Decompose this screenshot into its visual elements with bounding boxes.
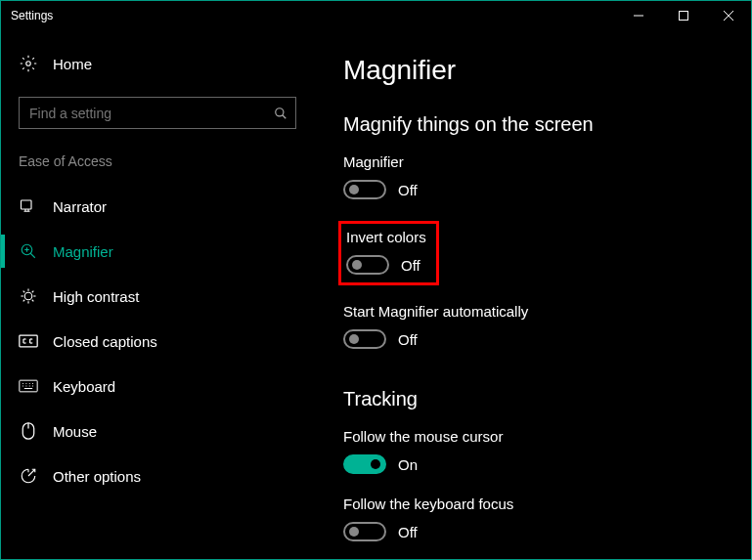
mouse-icon <box>19 422 38 440</box>
setting-label: Magnifier <box>343 153 722 170</box>
sidebar-item-mouse[interactable]: Mouse <box>1 409 314 453</box>
titlebar: Settings <box>1 1 751 30</box>
svg-line-9 <box>30 253 35 258</box>
sidebar-item-label: Mouse <box>53 423 97 440</box>
sidebar-item-label: Keyboard <box>53 378 115 395</box>
sidebar-item-closed-captions[interactable]: Closed captions <box>1 319 314 364</box>
svg-point-12 <box>24 292 32 300</box>
sidebar-item-high-contrast[interactable]: High contrast <box>1 274 314 319</box>
section-heading-magnify: Magnify things on the screen <box>343 113 722 136</box>
setting-follow-keyboard: Follow the keyboard focus Off <box>343 495 722 541</box>
search-icon <box>274 107 288 120</box>
svg-rect-22 <box>20 380 37 392</box>
svg-point-5 <box>276 108 284 115</box>
setting-magnifier: Magnifier Off <box>343 153 722 199</box>
toggle-state: Off <box>401 257 420 274</box>
main-panel: Magnifier Magnify things on the screen M… <box>314 30 751 559</box>
svg-line-19 <box>23 300 25 302</box>
toggle-state: Off <box>398 331 418 348</box>
setting-label: Follow the keyboard focus <box>343 495 722 512</box>
setting-label: Start Magnifier automatically <box>343 303 722 320</box>
minimize-icon <box>634 11 643 21</box>
toggle-state: Off <box>398 182 418 198</box>
sidebar-item-label: Magnifier <box>53 243 113 260</box>
toggle-state: Off <box>398 524 418 540</box>
setting-label: Invert colors <box>346 229 426 245</box>
toggle-start-automatically[interactable] <box>343 329 386 349</box>
sidebar: Home Ease of Access Narrator Magnifier <box>1 30 314 559</box>
svg-line-17 <box>23 291 25 293</box>
setting-follow-mouse: Follow the mouse cursor On <box>343 428 722 474</box>
search-input[interactable] <box>29 106 274 121</box>
category-heading: Ease of Access <box>1 153 314 184</box>
svg-line-20 <box>32 291 34 293</box>
svg-rect-1 <box>680 12 688 21</box>
svg-point-4 <box>26 62 31 66</box>
svg-rect-21 <box>20 335 37 347</box>
setting-label: Follow the mouse cursor <box>343 428 722 445</box>
section-heading-tracking: Tracking <box>343 388 722 410</box>
narrator-icon <box>19 197 38 215</box>
close-icon <box>724 11 733 21</box>
svg-rect-7 <box>22 200 32 209</box>
gear-icon <box>19 55 38 72</box>
other-options-icon <box>19 467 38 485</box>
svg-line-18 <box>32 300 34 302</box>
sidebar-item-keyboard[interactable]: Keyboard <box>1 364 314 409</box>
sidebar-item-label: Other options <box>53 468 141 485</box>
keyboard-icon <box>19 379 38 393</box>
content: Home Ease of Access Narrator Magnifier <box>1 30 751 559</box>
sidebar-item-narrator[interactable]: Narrator <box>1 184 314 229</box>
sidebar-item-label: Closed captions <box>53 333 157 350</box>
svg-line-34 <box>28 469 35 476</box>
sidebar-item-label: Narrator <box>53 198 107 215</box>
setting-start-automatically: Start Magnifier automatically Off <box>343 303 722 349</box>
home-button[interactable]: Home <box>1 55 314 97</box>
toggle-follow-mouse[interactable] <box>343 454 386 474</box>
sidebar-item-other-options[interactable]: Other options <box>1 453 314 498</box>
sidebar-item-label: High contrast <box>53 288 139 305</box>
closed-captions-icon <box>19 334 38 348</box>
sidebar-item-magnifier[interactable]: Magnifier <box>1 229 314 274</box>
maximize-icon <box>679 11 688 21</box>
magnifier-icon <box>19 242 38 260</box>
search-box[interactable] <box>19 97 296 129</box>
toggle-magnifier[interactable] <box>343 180 386 199</box>
toggle-state: On <box>398 456 418 473</box>
setting-invert-colors: Invert colors Off <box>346 229 426 275</box>
minimize-button[interactable] <box>616 1 661 30</box>
window-title: Settings <box>11 9 53 22</box>
high-contrast-icon <box>19 287 38 305</box>
highlighted-setting: Invert colors Off <box>338 221 439 285</box>
maximize-button[interactable] <box>661 1 706 30</box>
svg-line-6 <box>283 114 287 118</box>
page-title: Magnifier <box>343 55 722 86</box>
toggle-invert-colors[interactable] <box>346 255 389 275</box>
close-button[interactable] <box>706 1 751 30</box>
toggle-follow-keyboard[interactable] <box>343 522 386 541</box>
home-label: Home <box>53 56 92 72</box>
